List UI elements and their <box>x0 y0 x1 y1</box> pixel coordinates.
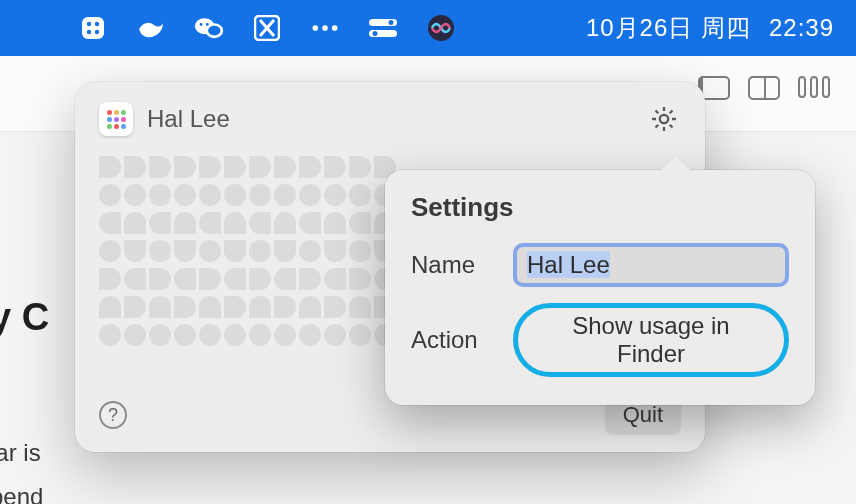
menubar-clock[interactable]: 10月26日 周四 22:39 <box>586 12 834 44</box>
menubar-items <box>78 13 456 43</box>
split-view-icon[interactable] <box>748 76 780 100</box>
settings-name-row: Name Hal Lee <box>411 243 789 287</box>
siri-icon[interactable] <box>426 13 456 43</box>
svg-rect-0 <box>82 17 104 39</box>
wechat-icon[interactable] <box>194 13 224 43</box>
svg-point-21 <box>660 115 668 123</box>
svg-point-3 <box>87 30 91 34</box>
svg-point-10 <box>200 23 203 26</box>
svg-point-2 <box>95 22 99 26</box>
help-icon[interactable]: ? <box>99 401 127 429</box>
menubar-time-text: 22:39 <box>769 14 834 42</box>
menubar: 10月26日 周四 22:39 <box>0 0 856 56</box>
background-heading: y C <box>0 296 49 339</box>
popover-title: Hal Lee <box>147 105 230 133</box>
figma-icon[interactable] <box>78 13 108 43</box>
background-text: lar is pend <box>0 431 43 504</box>
menubar-date-text: 10月26日 周四 <box>586 12 751 44</box>
view-columns-icon[interactable] <box>798 76 834 100</box>
svg-point-14 <box>322 25 328 31</box>
settings-popover: Settings Name Hal Lee Action Show usage … <box>385 170 815 405</box>
svg-point-19 <box>373 31 378 36</box>
app-icon <box>99 102 133 136</box>
action-label: Action <box>411 326 493 354</box>
svg-point-15 <box>332 25 338 31</box>
svg-point-1 <box>87 22 91 26</box>
popover-header: Hal Lee <box>99 102 681 136</box>
svg-point-4 <box>95 30 99 34</box>
svg-point-13 <box>312 25 318 31</box>
action-button[interactable]: Show usage in Finder <box>513 303 789 377</box>
svg-point-17 <box>389 20 394 25</box>
name-label: Name <box>411 251 493 279</box>
settings-action-row: Action Show usage in Finder <box>411 303 789 377</box>
settings-heading: Settings <box>411 192 789 223</box>
control-center-icon[interactable] <box>368 13 398 43</box>
name-input[interactable]: Hal Lee <box>513 243 789 287</box>
x-icon[interactable] <box>252 13 282 43</box>
svg-point-11 <box>206 23 209 26</box>
gear-icon[interactable] <box>649 104 679 134</box>
bird-icon[interactable] <box>136 13 166 43</box>
more-icon[interactable] <box>310 13 340 43</box>
